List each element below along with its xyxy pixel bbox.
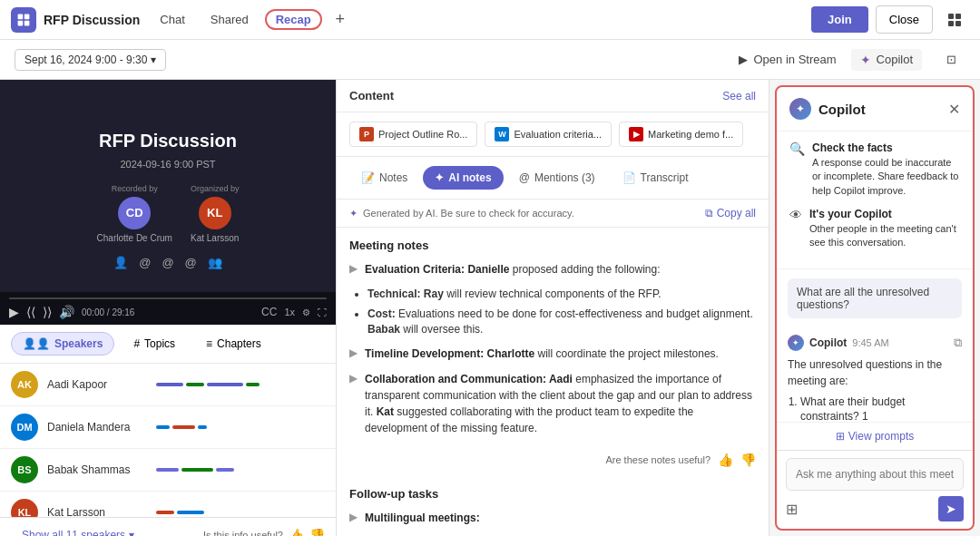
close-button[interactable]: Close bbox=[876, 5, 933, 34]
tab-recap[interactable]: Recap bbox=[265, 9, 322, 30]
prompts-icon: ⊞ bbox=[836, 430, 845, 443]
tab-transcript[interactable]: 📄 Transcript bbox=[611, 166, 701, 190]
join-button[interactable]: Join bbox=[811, 6, 868, 33]
stream-icon: ▶ bbox=[739, 53, 748, 66]
see-all-link[interactable]: See all bbox=[722, 90, 756, 102]
group-icon: 👥 bbox=[208, 256, 222, 269]
ai-icon: ✦ bbox=[349, 208, 358, 219]
note-person-2: Kat bbox=[377, 405, 394, 418]
tab-mentions[interactable]: @ Mentions (3) bbox=[507, 166, 607, 190]
thumbs-down-button[interactable]: 👎 bbox=[309, 528, 325, 536]
response-time: 9:45 AM bbox=[852, 337, 888, 348]
speaker-tabs: 👤👤 Speakers # Topics ≡ Chapters bbox=[0, 325, 336, 364]
tab-notes[interactable]: 📝 Notes bbox=[349, 166, 419, 190]
ai-notes-icon: ✦ bbox=[435, 171, 444, 184]
top-bar: RFP Discussion Chat Shared Recap + Join … bbox=[0, 0, 980, 40]
expand-icon[interactable]: ▶ bbox=[349, 511, 358, 523]
copilot-info: 🔍 Check the facts A response could be in… bbox=[777, 132, 973, 269]
date-range-picker[interactable]: Sept 16, 2024 9:00 - 9:30 ▾ bbox=[15, 49, 166, 71]
second-bar-actions: ▶ Open in Stream ✦ Copilot ⊡ bbox=[739, 45, 965, 74]
copilot-question-bubble[interactable]: What are all the unresolved questions? bbox=[788, 278, 962, 318]
content-files: P Project Outline Ro... W Evaluation cri… bbox=[337, 112, 769, 157]
left-panel: RFP Discussion 2024-09-16 9:00 PST Recor… bbox=[0, 80, 336, 536]
popout-icon[interactable]: ⊡ bbox=[936, 45, 965, 74]
response-header: ✦ Copilot 9:45 AM ⧉ bbox=[788, 335, 962, 351]
speed-button[interactable]: 1x bbox=[284, 307, 295, 317]
is-info-useful: Is this info useful? 👍 👎 bbox=[203, 528, 325, 536]
skip-forward-button[interactable]: ⟩⟩ bbox=[43, 305, 52, 319]
tab-speakers[interactable]: 👤👤 Speakers bbox=[11, 332, 114, 356]
tab-ai-notes[interactable]: ✦ AI notes bbox=[423, 166, 503, 190]
organized-by-avatar: Organized by KL Kat Larsson bbox=[191, 184, 240, 243]
file-chip-2[interactable]: ▶ Marketing demo f... bbox=[619, 122, 743, 147]
mention-icon: @ bbox=[162, 256, 173, 269]
chevron-down-icon: ▾ bbox=[129, 529, 134, 536]
expand-icon[interactable]: ▶ bbox=[349, 372, 358, 385]
expand-icon[interactable]: ▶ bbox=[349, 262, 358, 275]
follow-up-section: Follow-up tasks ▶ Multilingual meetings: bbox=[349, 487, 756, 526]
show-all-speakers-link[interactable]: Show all 11 speakers ▾ bbox=[11, 521, 145, 536]
copilot-panel: ✦ Copilot ✕ 🔍 Check the facts A response… bbox=[775, 85, 975, 531]
note-item-1: ▶ Timeline Development: Charlotte will c… bbox=[349, 346, 756, 362]
copy-all-button[interactable]: ⧉ Copy all bbox=[705, 207, 756, 219]
ai-banner-text-row: ✦ Generated by AI. Be sure to check for … bbox=[349, 208, 574, 219]
copilot-button[interactable]: ✦ Copilot bbox=[851, 49, 922, 71]
fullscreen-icon[interactable]: ⛶ bbox=[318, 307, 327, 317]
settings-icon[interactable]: ⚙ bbox=[302, 307, 310, 317]
tab-chat[interactable]: Chat bbox=[151, 9, 193, 30]
content-header: Content See all bbox=[337, 80, 769, 112]
play-button[interactable]: ▶ bbox=[9, 305, 19, 319]
video-controls-right: CC 1x ⚙ ⛶ bbox=[261, 306, 327, 318]
svg-rect-4 bbox=[948, 14, 954, 19]
note-bullets: Technical: Ray will review technical com… bbox=[368, 287, 756, 336]
open-in-stream-button[interactable]: ▶ Open in Stream bbox=[739, 53, 836, 66]
notes-tabs: 📝 Notes ✦ AI notes @ Mentions (3) 📄 Tran… bbox=[337, 157, 769, 200]
check-facts-item: 🔍 Check the facts A response could be in… bbox=[789, 141, 960, 198]
copilot-input[interactable] bbox=[786, 458, 964, 491]
tab-shared[interactable]: Shared bbox=[201, 9, 258, 30]
date-range-text: Sept 16, 2024 9:00 - 9:30 bbox=[24, 54, 147, 66]
search-icon: 🔍 bbox=[789, 141, 805, 156]
note-person: Aadi bbox=[549, 373, 573, 385]
svg-rect-3 bbox=[24, 20, 30, 25]
video-participant-icons: 👤 @ @ @ 👥 bbox=[113, 256, 222, 269]
speaker-name: Babak Shammas bbox=[47, 463, 147, 476]
ai-banner: ✦ Generated by AI. Be sure to check for … bbox=[337, 200, 769, 228]
copilot-icon: ✦ bbox=[860, 53, 871, 67]
note-label: Evaluation Criteria: bbox=[365, 263, 467, 276]
copilot-icon: ✦ bbox=[789, 98, 811, 120]
meeting-notes-title: Meeting notes bbox=[349, 239, 756, 252]
send-button[interactable]: ➤ bbox=[938, 496, 964, 521]
speakers-footer: Show all 11 speakers ▾ Is this info usef… bbox=[0, 517, 336, 536]
view-prompts-link[interactable]: ⊞ View prompts bbox=[777, 422, 973, 450]
tab-topics[interactable]: # Topics bbox=[122, 332, 187, 356]
speaker-name: Kat Larsson bbox=[47, 506, 147, 517]
mute-button[interactable]: 🔊 bbox=[59, 305, 74, 319]
add-tab-button[interactable]: + bbox=[329, 9, 351, 31]
app-icon bbox=[11, 7, 36, 33]
tab-chapters[interactable]: ≡ Chapters bbox=[194, 332, 273, 356]
avatar: CD bbox=[118, 197, 151, 229]
skip-back-button[interactable]: ⟨⟨ bbox=[26, 305, 35, 319]
chevron-down-icon: ▾ bbox=[151, 54, 156, 66]
top-bar-right: Join Close bbox=[811, 5, 969, 34]
second-bar: Sept 16, 2024 9:00 - 9:30 ▾ ▶ Open in St… bbox=[0, 40, 980, 80]
expand-icon[interactable]: ▶ bbox=[349, 346, 358, 359]
controls-row: ▶ ⟨⟨ ⟩⟩ 🔊 00:00 / 29:16 CC 1x ⚙ ⛶ bbox=[9, 305, 327, 319]
file-chip-0[interactable]: P Project Outline Ro... bbox=[349, 122, 477, 147]
file-chip-1[interactable]: W Evaluation criteria... bbox=[485, 122, 612, 147]
thumbs-up-button[interactable]: 👍 bbox=[289, 528, 304, 536]
copilot-header: ✦ Copilot ✕ bbox=[777, 87, 973, 132]
thumbs-down-button[interactable]: 👎 bbox=[740, 453, 756, 467]
more-options-button[interactable] bbox=[940, 5, 969, 34]
notes-useful-text: Are these notes useful? bbox=[605, 454, 710, 465]
thumbs-up-button[interactable]: 👍 bbox=[718, 453, 733, 467]
captions-icon[interactable]: CC bbox=[261, 306, 277, 318]
close-copilot-button[interactable]: ✕ bbox=[948, 101, 960, 118]
time-display: 00:00 / 29:16 bbox=[82, 307, 134, 317]
avatar-name: Kat Larsson bbox=[191, 233, 239, 243]
copy-response-button[interactable]: ⧉ bbox=[954, 336, 962, 350]
grid-icon[interactable]: ⊞ bbox=[786, 501, 798, 518]
note-item-2: ▶ Collaboration and Communication: Aadi … bbox=[349, 371, 756, 436]
progress-bar[interactable] bbox=[9, 297, 327, 299]
